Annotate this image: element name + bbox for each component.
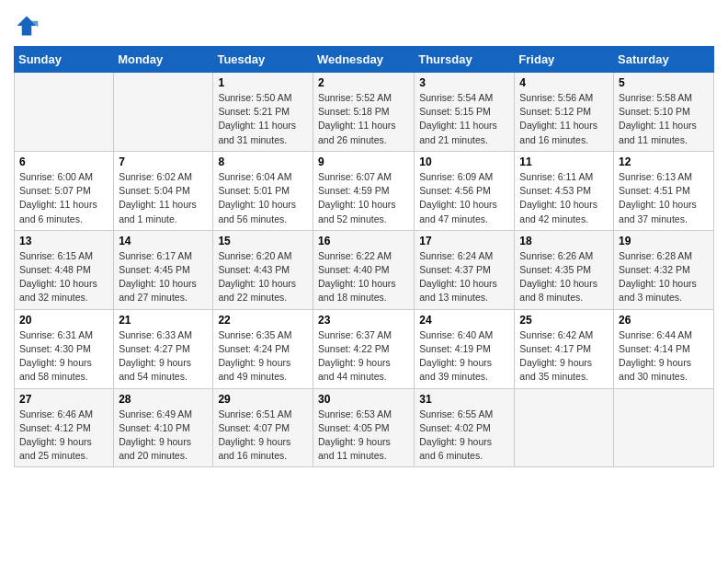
- calendar-cell: 12Sunrise: 6:13 AM Sunset: 4:51 PM Dayli…: [614, 151, 714, 230]
- day-number: 16: [318, 235, 409, 247]
- day-info: Sunrise: 6:37 AM Sunset: 4:22 PM Dayligh…: [318, 328, 409, 385]
- day-info: Sunrise: 6:26 AM Sunset: 4:35 PM Dayligh…: [519, 249, 609, 305]
- page-header: [14, 9, 714, 39]
- calendar-header: SundayMondayTuesdayWednesdayThursdayFrid…: [15, 47, 714, 73]
- day-number: 12: [619, 155, 709, 168]
- day-number: 20: [19, 314, 108, 327]
- calendar-table: SundayMondayTuesdayWednesdayThursdayFrid…: [14, 46, 714, 467]
- calendar-cell: 16Sunrise: 6:22 AM Sunset: 4:40 PM Dayli…: [313, 230, 414, 309]
- calendar-cell: 14Sunrise: 6:17 AM Sunset: 4:45 PM Dayli…: [114, 230, 213, 309]
- day-info: Sunrise: 6:44 AM Sunset: 4:14 PM Dayligh…: [619, 328, 709, 385]
- calendar-cell: 26Sunrise: 6:44 AM Sunset: 4:14 PM Dayli…: [614, 309, 714, 388]
- calendar-cell: 11Sunrise: 6:11 AM Sunset: 4:53 PM Dayli…: [515, 151, 614, 230]
- day-header-friday: Friday: [515, 47, 614, 73]
- day-header-saturday: Saturday: [614, 47, 714, 73]
- day-number: 4: [519, 76, 609, 89]
- week-row-3: 13Sunrise: 6:15 AM Sunset: 4:48 PM Dayli…: [15, 230, 714, 309]
- day-number: 3: [419, 76, 509, 89]
- day-info: Sunrise: 6:35 AM Sunset: 4:24 PM Dayligh…: [218, 328, 308, 385]
- day-header-monday: Monday: [114, 47, 213, 73]
- day-number: 26: [619, 314, 709, 327]
- day-number: 19: [619, 235, 709, 247]
- day-info: Sunrise: 6:11 AM Sunset: 4:53 PM Dayligh…: [519, 170, 609, 226]
- logo-icon: [14, 13, 40, 39]
- calendar-cell: 15Sunrise: 6:20 AM Sunset: 4:43 PM Dayli…: [213, 230, 313, 309]
- day-number: 9: [318, 155, 409, 168]
- calendar-cell: 6Sunrise: 6:00 AM Sunset: 5:07 PM Daylig…: [15, 151, 114, 230]
- day-number: 1: [218, 76, 308, 89]
- calendar-cell: [515, 388, 614, 467]
- day-header-tuesday: Tuesday: [213, 47, 313, 73]
- calendar-cell: [114, 73, 213, 152]
- day-info: Sunrise: 5:58 AM Sunset: 5:10 PM Dayligh…: [619, 91, 709, 147]
- day-info: Sunrise: 6:00 AM Sunset: 5:07 PM Dayligh…: [19, 170, 108, 226]
- day-info: Sunrise: 6:15 AM Sunset: 4:48 PM Dayligh…: [19, 249, 108, 305]
- day-info: Sunrise: 6:31 AM Sunset: 4:30 PM Dayligh…: [19, 328, 108, 385]
- day-info: Sunrise: 5:54 AM Sunset: 5:15 PM Dayligh…: [419, 91, 509, 147]
- calendar-cell: 19Sunrise: 6:28 AM Sunset: 4:32 PM Dayli…: [614, 230, 714, 309]
- calendar-cell: 1Sunrise: 5:50 AM Sunset: 5:21 PM Daylig…: [213, 73, 313, 152]
- day-header-wednesday: Wednesday: [313, 47, 414, 73]
- calendar-cell: [15, 73, 114, 152]
- day-info: Sunrise: 6:13 AM Sunset: 4:51 PM Dayligh…: [619, 170, 709, 226]
- calendar-cell: 30Sunrise: 6:53 AM Sunset: 4:05 PM Dayli…: [313, 388, 414, 467]
- calendar-cell: 2Sunrise: 5:52 AM Sunset: 5:18 PM Daylig…: [313, 73, 414, 152]
- day-info: Sunrise: 6:09 AM Sunset: 4:56 PM Dayligh…: [419, 170, 509, 226]
- day-number: 2: [318, 76, 409, 89]
- calendar-cell: 28Sunrise: 6:49 AM Sunset: 4:10 PM Dayli…: [114, 388, 213, 467]
- day-info: Sunrise: 6:24 AM Sunset: 4:37 PM Dayligh…: [419, 249, 509, 305]
- day-info: Sunrise: 6:20 AM Sunset: 4:43 PM Dayligh…: [218, 249, 308, 305]
- calendar-cell: 10Sunrise: 6:09 AM Sunset: 4:56 PM Dayli…: [415, 151, 515, 230]
- calendar-cell: 22Sunrise: 6:35 AM Sunset: 4:24 PM Dayli…: [213, 309, 313, 388]
- day-number: 17: [419, 235, 509, 247]
- calendar-cell: 18Sunrise: 6:26 AM Sunset: 4:35 PM Dayli…: [515, 230, 614, 309]
- week-row-5: 27Sunrise: 6:46 AM Sunset: 4:12 PM Dayli…: [15, 388, 714, 467]
- day-number: 23: [318, 314, 409, 327]
- day-header-thursday: Thursday: [415, 47, 515, 73]
- calendar-cell: [614, 388, 714, 467]
- calendar-cell: 7Sunrise: 6:02 AM Sunset: 5:04 PM Daylig…: [114, 151, 213, 230]
- day-number: 27: [19, 393, 108, 406]
- calendar-cell: 4Sunrise: 5:56 AM Sunset: 5:12 PM Daylig…: [515, 73, 614, 152]
- day-info: Sunrise: 6:46 AM Sunset: 4:12 PM Dayligh…: [19, 408, 108, 464]
- calendar-cell: 17Sunrise: 6:24 AM Sunset: 4:37 PM Dayli…: [415, 230, 515, 309]
- calendar-cell: 5Sunrise: 5:58 AM Sunset: 5:10 PM Daylig…: [614, 73, 714, 152]
- day-info: Sunrise: 6:55 AM Sunset: 4:02 PM Dayligh…: [419, 408, 509, 464]
- day-header-sunday: Sunday: [15, 47, 114, 73]
- calendar-cell: 23Sunrise: 6:37 AM Sunset: 4:22 PM Dayli…: [313, 309, 414, 388]
- day-info: Sunrise: 6:42 AM Sunset: 4:17 PM Dayligh…: [519, 328, 609, 385]
- day-number: 7: [119, 155, 208, 168]
- day-number: 15: [218, 235, 308, 247]
- calendar-cell: 21Sunrise: 6:33 AM Sunset: 4:27 PM Dayli…: [114, 309, 213, 388]
- header-row: SundayMondayTuesdayWednesdayThursdayFrid…: [15, 47, 714, 73]
- day-info: Sunrise: 5:50 AM Sunset: 5:21 PM Dayligh…: [218, 91, 308, 147]
- svg-marker-0: [17, 17, 37, 36]
- calendar-cell: 9Sunrise: 6:07 AM Sunset: 4:59 PM Daylig…: [313, 151, 414, 230]
- day-number: 14: [119, 235, 208, 247]
- day-info: Sunrise: 6:02 AM Sunset: 5:04 PM Dayligh…: [119, 170, 208, 226]
- day-info: Sunrise: 6:28 AM Sunset: 4:32 PM Dayligh…: [619, 249, 709, 305]
- calendar-cell: 25Sunrise: 6:42 AM Sunset: 4:17 PM Dayli…: [515, 309, 614, 388]
- calendar-cell: 20Sunrise: 6:31 AM Sunset: 4:30 PM Dayli…: [15, 309, 114, 388]
- day-info: Sunrise: 6:53 AM Sunset: 4:05 PM Dayligh…: [318, 408, 409, 464]
- day-info: Sunrise: 6:51 AM Sunset: 4:07 PM Dayligh…: [218, 408, 308, 464]
- day-number: 28: [119, 393, 208, 406]
- day-info: Sunrise: 6:33 AM Sunset: 4:27 PM Dayligh…: [119, 328, 208, 385]
- day-info: Sunrise: 6:07 AM Sunset: 4:59 PM Dayligh…: [318, 170, 409, 226]
- day-info: Sunrise: 6:40 AM Sunset: 4:19 PM Dayligh…: [419, 328, 509, 385]
- day-info: Sunrise: 6:17 AM Sunset: 4:45 PM Dayligh…: [119, 249, 208, 305]
- day-number: 13: [19, 235, 108, 247]
- calendar-cell: 31Sunrise: 6:55 AM Sunset: 4:02 PM Dayli…: [415, 388, 515, 467]
- day-number: 22: [218, 314, 308, 327]
- day-number: 21: [119, 314, 208, 327]
- day-info: Sunrise: 5:52 AM Sunset: 5:18 PM Dayligh…: [318, 91, 409, 147]
- calendar-body: 1Sunrise: 5:50 AM Sunset: 5:21 PM Daylig…: [15, 73, 714, 467]
- day-number: 30: [318, 393, 409, 406]
- day-number: 29: [218, 393, 308, 406]
- calendar-cell: 27Sunrise: 6:46 AM Sunset: 4:12 PM Dayli…: [15, 388, 114, 467]
- day-info: Sunrise: 6:49 AM Sunset: 4:10 PM Dayligh…: [119, 408, 208, 464]
- logo: [14, 9, 43, 39]
- day-number: 24: [419, 314, 509, 327]
- week-row-4: 20Sunrise: 6:31 AM Sunset: 4:30 PM Dayli…: [15, 309, 714, 388]
- day-info: Sunrise: 5:56 AM Sunset: 5:12 PM Dayligh…: [519, 91, 609, 147]
